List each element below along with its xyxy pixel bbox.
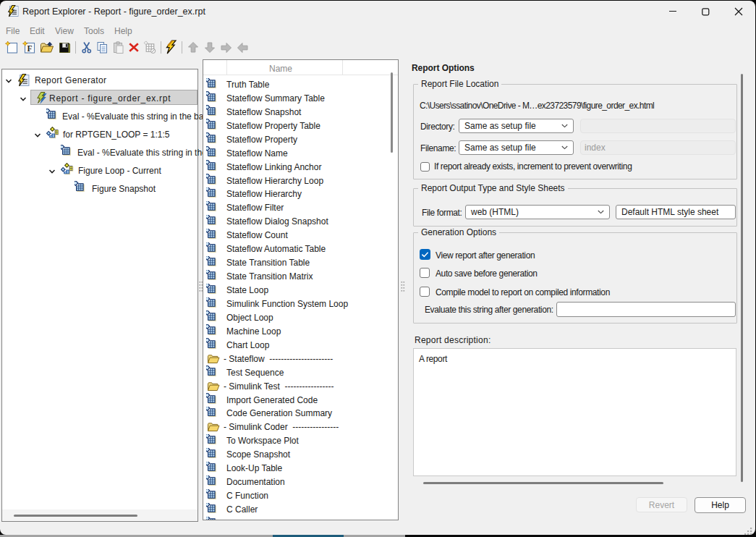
svg-text:F: F (27, 44, 32, 53)
